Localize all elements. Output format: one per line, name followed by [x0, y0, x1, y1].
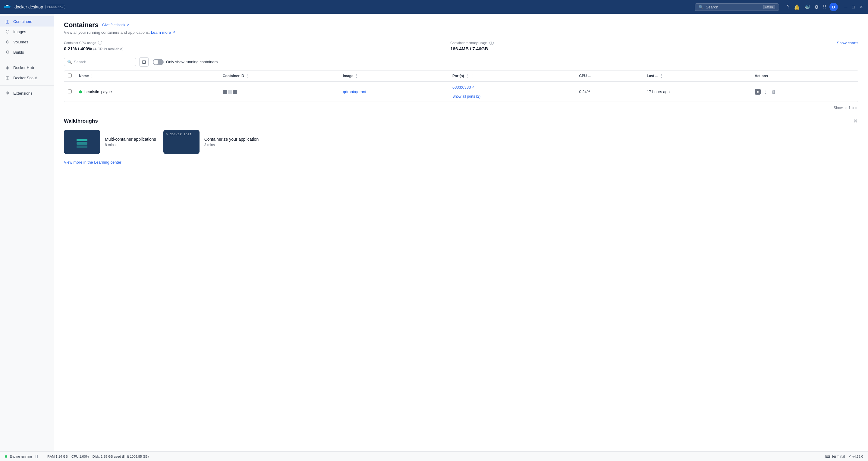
sidebar-divider: [0, 60, 54, 60]
version-number: v4.38.0: [852, 455, 863, 458]
sidebar-label-containers: Containers: [13, 19, 32, 24]
feedback-link[interactable]: Give feedback ↗: [102, 23, 129, 27]
minimize-button[interactable]: ─: [843, 4, 849, 10]
sidebar-item-extensions[interactable]: ❖ Extensions: [0, 88, 54, 98]
titlebar: docker desktop PERSONAL 🔍 Search Ctrl+K …: [0, 0, 868, 14]
show-charts-button[interactable]: Show charts: [837, 41, 858, 45]
sidebar-item-docker-hub[interactable]: ◈ Docker Hub: [0, 62, 54, 72]
sort-icon-last[interactable]: ⋮: [659, 74, 663, 78]
memory-stat-block: Container memory usage i 186.4MB / 7.46G…: [450, 41, 837, 51]
disk-stat: Disk: 1.39 GB used (limit 1006.85 GB): [93, 455, 149, 458]
svg-rect-8: [76, 146, 87, 148]
containers-toolbar: 🔍 ⊞ Only show running containers: [64, 57, 858, 67]
row-checkbox[interactable]: [68, 90, 72, 93]
statusbar-stats: RAM 1.14 GB CPU 1.00% Disk: 1.39 GB used…: [47, 455, 149, 458]
walkthrough-card-multi-container[interactable]: Multi-container applications 8 mins: [64, 130, 156, 154]
terminal-label: Terminal: [832, 454, 845, 459]
columns-button[interactable]: ⊞: [139, 57, 149, 67]
docker-scout-icon: ◫: [5, 75, 10, 81]
settings-button[interactable]: ⚙: [813, 3, 820, 11]
feedback-external-icon: ↗: [126, 23, 129, 27]
ram-stat: RAM 1.14 GB: [47, 455, 68, 458]
image-link[interactable]: qdrant/qdrant: [343, 90, 445, 94]
table-header: Name⋮ Container ID⋮ Image⋮ Port(s)⋮⋮ CPU: [64, 70, 858, 82]
terminal-button[interactable]: ⌨ Terminal: [825, 454, 845, 459]
running-toggle[interactable]: [153, 59, 164, 65]
memory-stat-value: 186.4MB / 7.46GB: [450, 46, 837, 51]
walkthrough-duration-1: 8 mins: [105, 143, 156, 147]
checkmark-icon: ✓: [849, 454, 851, 458]
stop-button[interactable]: ■: [755, 89, 761, 95]
app-name-text: docker desktop: [14, 4, 43, 9]
engine-status-label: Engine running: [10, 455, 32, 458]
svg-rect-7: [76, 142, 87, 145]
action-buttons: ■ ⋮ 🗑: [755, 88, 855, 95]
col-header-image: Image⋮: [339, 70, 449, 82]
learning-center-link[interactable]: View more in the Learning center: [64, 160, 858, 164]
svg-rect-4: [7, 5, 8, 6]
search-shortcut: Ctrl+K: [763, 5, 775, 9]
col-header-actions: Actions: [751, 70, 858, 82]
sidebar-item-images[interactable]: ⬡ Images: [0, 27, 54, 37]
help-button[interactable]: ?: [786, 3, 791, 11]
sidebar-label-docker-scout: Docker Scout: [13, 75, 37, 80]
sort-icon-ports[interactable]: ⋮: [465, 74, 469, 78]
walkthrough-duration-2: 3 mins: [204, 143, 259, 147]
statusbar-left: Engine running ⋮: [5, 454, 42, 458]
grid-button[interactable]: ⠿: [822, 3, 828, 11]
external-link-icon: ↗: [472, 86, 474, 89]
page-subtitle: View all your running containers and app…: [64, 30, 858, 35]
sidebar-item-docker-scout[interactable]: ◫ Docker Scout: [0, 72, 54, 83]
port-link[interactable]: 6333:6333 ↗: [453, 85, 572, 90]
sidebar: ◫ Containers ⬡ Images ⊙ Volumes ⚙ Builds…: [0, 14, 54, 451]
sidebar-item-builds[interactable]: ⚙ Builds: [0, 47, 54, 57]
last-cell: 17 hours ago: [643, 82, 751, 102]
memory-info-icon[interactable]: i: [490, 41, 494, 45]
close-button[interactable]: ✕: [858, 4, 864, 10]
sort-icon-container-id[interactable]: ⋮: [245, 74, 249, 78]
walkthroughs-header: Walkthroughs ✕: [64, 117, 858, 125]
delete-button[interactable]: 🗑: [770, 89, 777, 95]
engine-status-indicator: [5, 455, 7, 458]
learn-more-link[interactable]: Learn more ↗: [151, 30, 176, 35]
col-header-name: Name⋮: [75, 70, 219, 82]
walkthrough-card-containerize[interactable]: $ docker init Containerize your applicat…: [163, 130, 259, 154]
cpu-info-icon[interactable]: i: [98, 41, 102, 45]
maximize-button[interactable]: □: [851, 4, 856, 10]
svg-rect-6: [76, 139, 87, 141]
container-name[interactable]: heuristic_payne: [84, 90, 112, 94]
page-header: Containers Give feedback ↗: [64, 21, 858, 29]
walkthroughs-close-button[interactable]: ✕: [852, 117, 858, 125]
select-all-checkbox[interactable]: [68, 73, 72, 78]
sidebar-label-extensions: Extensions: [13, 91, 33, 95]
sidebar-label-builds: Builds: [13, 50, 24, 55]
walkthroughs-title: Walkthroughs: [64, 118, 98, 124]
images-icon: ⬡: [5, 29, 10, 34]
user-avatar[interactable]: D: [830, 3, 838, 11]
notifications-button[interactable]: 🔔: [793, 3, 801, 11]
show-all-ports-link[interactable]: Show all ports (2): [453, 94, 480, 98]
engine-menu-icon[interactable]: ⋮: [39, 454, 42, 458]
sort-icon-image[interactable]: ⋮: [354, 74, 358, 78]
image-cell: qdrant/qdrant: [339, 82, 449, 102]
global-search[interactable]: 🔍 Search Ctrl+K: [695, 3, 779, 11]
pause-bar-1: [36, 455, 36, 458]
more-actions-button[interactable]: ⋮: [762, 88, 769, 95]
sidebar-item-containers[interactable]: ◫ Containers: [0, 16, 54, 27]
whale-button[interactable]: 🐳: [803, 3, 811, 11]
id-block-2: [228, 90, 232, 94]
app-logo: docker desktop PERSONAL: [4, 4, 65, 10]
walkthroughs-section: Walkthroughs ✕ Multi-container applicati…: [64, 117, 858, 164]
containers-icon: ◫: [5, 19, 10, 24]
sidebar-item-volumes[interactable]: ⊙ Volumes: [0, 37, 54, 47]
cpu-stat: CPU 1.00%: [71, 455, 89, 458]
id-block-1: [223, 90, 227, 94]
container-id-blocks: [223, 90, 336, 94]
actions-cell: ■ ⋮ 🗑: [751, 82, 858, 102]
id-block-3: [233, 90, 237, 94]
feedback-label: Give feedback: [102, 23, 125, 27]
sort-icon-name[interactable]: ⋮: [90, 74, 94, 78]
containers-search-input[interactable]: [74, 60, 133, 64]
showing-count: Showing 1 item: [64, 106, 858, 110]
sidebar-divider-2: [0, 85, 54, 86]
